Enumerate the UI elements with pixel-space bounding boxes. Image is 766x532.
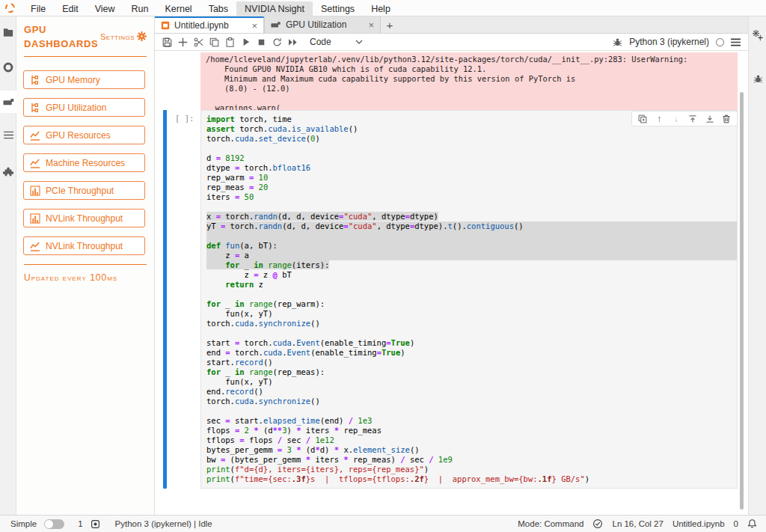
menu-file[interactable]: File: [22, 1, 54, 16]
menu-kernel[interactable]: Kernel: [157, 1, 200, 16]
menu-settings[interactable]: Settings: [313, 1, 363, 16]
save-button[interactable]: [159, 34, 175, 49]
vertical-scrollbar[interactable]: [740, 92, 744, 510]
code-line[interactable]: print(f"time={sec:.3f}s | tflops={tflops…: [206, 474, 737, 484]
code-line[interactable]: [206, 328, 737, 338]
dashboard-button-machine-resources[interactable]: Machine Resources: [23, 153, 145, 172]
cell-type-dropdown[interactable]: Code: [310, 37, 363, 47]
code-line[interactable]: tflops = flops / sec / 1e12: [206, 435, 737, 445]
code-line[interactable]: torch.cuda.set_device(0): [206, 134, 737, 144]
cursor-position[interactable]: Ln 16, Col 27: [612, 519, 663, 528]
restart-run-all-button[interactable]: [285, 34, 301, 49]
tab-untitled-ipynb[interactable]: Untitled.ipynb ×: [155, 16, 264, 33]
code-line[interactable]: dtype = torch.bfloat16: [206, 163, 737, 173]
restart-kernel-button[interactable]: [269, 34, 285, 49]
code-line[interactable]: yT = torch.randn(d, d, device="cuda", dt…: [206, 221, 737, 231]
bell-icon[interactable]: [747, 519, 757, 529]
code-cell-editor[interactable]: import torch, timeassert torch.cuda.is_a…: [200, 110, 738, 489]
property-inspector-icon[interactable]: [749, 25, 766, 45]
code-line[interactable]: fun(x, yT): [206, 309, 737, 319]
dashboard-button-nvlink-throughput[interactable]: NVLink Throughput: [23, 209, 145, 227]
running-kernels-icon[interactable]: [0, 56, 16, 79]
code-line[interactable]: [206, 290, 737, 299]
paste-cells-button[interactable]: [222, 34, 238, 49]
code-line[interactable]: z = a: [206, 251, 737, 260]
code-line[interactable]: rep_warm = 10: [206, 173, 737, 183]
code-line[interactable]: def fun(a, bT):: [206, 241, 737, 251]
cut-cells-button[interactable]: [191, 34, 206, 49]
code-line[interactable]: return z: [206, 280, 737, 290]
dashboard-button-nvlink-throughput[interactable]: NVLink Throughput: [23, 236, 145, 255]
kernel-sessions-icon[interactable]: [91, 519, 100, 529]
command-mode-indicator[interactable]: Mode: Command: [518, 519, 583, 528]
simple-mode-toggle[interactable]: [44, 519, 64, 529]
code-line[interactable]: flops = 2 * (d**3) * iters * rep_meas: [206, 426, 737, 435]
menu-nvidia-nsight[interactable]: NVIDIA Nsight: [236, 1, 313, 16]
delete-cell-icon[interactable]: [720, 112, 733, 126]
sidebar-settings-link[interactable]: Settings: [100, 31, 147, 41]
code-line[interactable]: sec = start.elapsed_time(end) / 1e3: [206, 416, 737, 426]
dashboard-button-pcie-throughput[interactable]: PCIe Throughput: [23, 181, 145, 200]
code-line[interactable]: torch.cuda.synchronize(): [206, 319, 737, 328]
debugger-bug-icon[interactable]: [613, 37, 622, 47]
kernel-state-label[interactable]: Python 3 (ipykernel) | Idle: [115, 519, 212, 528]
gpu-dashboards-icon[interactable]: [0, 91, 16, 113]
code-line[interactable]: for _ in range(iters):: [206, 260, 737, 270]
duplicate-cell-icon[interactable]: [636, 112, 649, 126]
code-line[interactable]: z = z @ bT: [206, 270, 737, 280]
menu-run[interactable]: Run: [123, 1, 157, 16]
menu-edit[interactable]: Edit: [54, 1, 87, 16]
cell-input-prompt: [ ]:: [175, 114, 197, 123]
extension-manager-icon[interactable]: [0, 161, 16, 183]
code-line[interactable]: print(f"d={d}, iters={iters}, reps={rep_…: [206, 465, 737, 474]
dashboard-button-gpu-resources[interactable]: GPU Resources: [23, 126, 145, 144]
code-line[interactable]: end = torch.cuda.Event(enable_timing=Tru…: [206, 348, 737, 358]
insert-cell-below-icon[interactable]: [703, 112, 717, 126]
code-line[interactable]: fun(x, yT): [206, 377, 737, 387]
code-line[interactable]: bytes_per_gemm = 3 * (d*d) * x.element_s…: [206, 445, 737, 455]
run-cell-button[interactable]: [238, 34, 254, 49]
menu-tabs[interactable]: Tabs: [200, 1, 236, 16]
dashboard-button-gpu-utilization[interactable]: GPU Utilization: [23, 98, 145, 117]
tab-gpu-utilization[interactable]: GPU Utilization ×: [264, 16, 381, 33]
code-line[interactable]: x = torch.randn(d, d, device="cuda", dty…: [206, 212, 737, 221]
menu-view[interactable]: View: [87, 1, 123, 16]
code-line[interactable]: rep_meas = 20: [206, 183, 737, 192]
toolbar-menu-icon[interactable]: [731, 38, 741, 46]
kernel-status-icon[interactable]: [716, 38, 724, 46]
notification-count[interactable]: 0: [734, 519, 738, 528]
move-cell-up-icon[interactable]: ↑: [652, 112, 666, 126]
code-line[interactable]: d = 8192: [206, 153, 737, 163]
kernel-count[interactable]: 1: [78, 519, 82, 528]
active-cell-collapser[interactable]: [163, 110, 167, 489]
code-line[interactable]: [206, 231, 737, 241]
dashboard-button-list: GPU MemoryGPU UtilizationGPU ResourcesMa…: [16, 57, 154, 255]
statusbar-filename[interactable]: Untitled.ipynb: [672, 519, 725, 528]
code-line[interactable]: for _ in range(rep_meas):: [206, 367, 737, 377]
copy-cells-button[interactable]: [206, 34, 222, 49]
code-line[interactable]: iters = 50: [206, 192, 737, 202]
kernel-name[interactable]: Python 3 (ipykernel): [629, 37, 709, 47]
close-tab-icon[interactable]: ×: [251, 21, 257, 31]
code-line[interactable]: [206, 406, 737, 416]
code-line[interactable]: for _ in range(rep_warm):: [206, 299, 737, 309]
code-line[interactable]: start = torch.cuda.Event(enable_timing=T…: [206, 338, 737, 348]
code-line[interactable]: [206, 144, 737, 153]
code-line[interactable]: start.record(): [206, 358, 737, 367]
debugger-sidebar-icon[interactable]: [749, 69, 766, 88]
menu-help[interactable]: Help: [363, 1, 399, 16]
move-cell-down-icon[interactable]: ↓: [670, 112, 683, 126]
new-tab-button[interactable]: +: [381, 16, 399, 33]
dashboard-button-gpu-memory[interactable]: GPU Memory: [23, 70, 145, 89]
close-tab-icon[interactable]: ×: [368, 20, 374, 30]
code-line[interactable]: torch.cuda.synchronize(): [206, 397, 737, 406]
trusted-notebook-icon[interactable]: [592, 519, 603, 529]
insert-cell-button[interactable]: [175, 34, 191, 49]
interrupt-kernel-button[interactable]: [254, 34, 269, 49]
table-of-contents-icon[interactable]: [0, 123, 16, 146]
file-browser-icon[interactable]: [0, 21, 16, 43]
code-line[interactable]: end.record(): [206, 387, 737, 397]
code-line[interactable]: bw = (bytes_per_gemm * iters * rep_meas)…: [206, 455, 737, 465]
code-line[interactable]: [206, 202, 737, 212]
insert-cell-above-icon[interactable]: [686, 112, 699, 126]
